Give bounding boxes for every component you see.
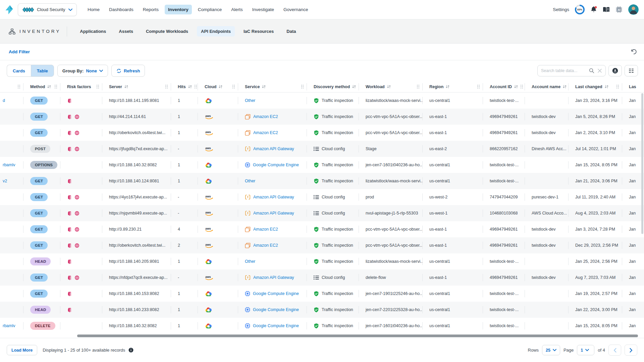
column-header-region[interactable]: Region [423,81,483,92]
page-select[interactable]: 1 [577,345,594,355]
column-settings-button[interactable] [625,65,638,76]
sort-icon[interactable] [218,85,223,88]
previous-page-button[interactable] [608,345,621,356]
nav-item-alerts[interactable]: Alerts [228,5,246,14]
column-header-service[interactable]: Service [238,81,307,92]
group-by-dropdown[interactable]: Group By: None [57,65,108,77]
service-link[interactable]: Amazon EC2 [253,243,278,248]
tab-assets[interactable]: Assets [115,26,137,37]
sort-icon[interactable] [47,85,51,88]
table-row[interactable]: HEADhttp://10.188.140.233:80821Google Co… [0,302,644,318]
cell-service[interactable]: Google Compute Engine [238,157,307,173]
service-link[interactable]: Amazon EC2 [253,227,278,232]
column-header-method[interactable]: Method [23,81,60,92]
column-header-account_id[interactable]: Account ID [483,81,525,92]
column-drag-handle-icon[interactable] [616,84,619,89]
tab-compute-workloads[interactable]: Compute Workloads [142,26,192,37]
column-header-hits[interactable]: Hits [171,81,198,92]
load-more-button[interactable]: Load More [7,345,37,355]
cell-service[interactable]: Other [238,93,307,109]
column-drag-handle-icon[interactable] [165,84,168,89]
cell-service[interactable]: Other [238,253,307,269]
endpoint-link[interactable]: v2 [3,179,7,183]
sort-icon[interactable] [352,85,356,88]
column-header-discovery[interactable]: Discovery method [307,81,359,92]
service-link[interactable]: Amazon API Gateway [253,211,294,216]
clear-search-icon[interactable] [597,68,602,73]
sort-icon[interactable] [188,85,192,88]
table-row[interactable]: GEThttps://4yo167j4vi.execute-ap...-awsA… [0,189,644,205]
service-link[interactable]: Google Compute Engine [253,291,299,296]
table-row[interactable]: GEThttp://10.188.140.153:80821Google Com… [0,286,644,302]
cell-endpoint[interactable]: rbamlv [0,318,23,334]
add-filter-button[interactable]: Add Filter [9,49,30,54]
reset-filters-undo-icon[interactable] [631,49,637,54]
service-link[interactable]: Amazon API Gateway [253,146,294,151]
service-link[interactable]: Other [245,179,255,183]
nav-item-dashboards[interactable]: Dashboards [106,5,137,14]
cell-service[interactable]: Google Compute Engine [238,318,307,334]
endpoint-link[interactable]: rbamlv [3,163,15,167]
cell-service[interactable]: Google Compute Engine [238,302,307,318]
cell-service[interactable]: Amazon EC2 [238,125,307,141]
prisma-cloud-logo-icon[interactable] [5,5,14,15]
rows-per-page-select[interactable]: 25 [542,345,560,355]
endpoint-link[interactable]: d [3,98,5,103]
tab-data[interactable]: Data [282,26,300,37]
table-row[interactable]: GEThttp://44.214.114.611awsAmazon EC2Tra… [0,109,644,125]
cell-endpoint[interactable]: d [0,93,23,109]
nav-item-home[interactable]: Home [84,5,103,14]
tab-applications[interactable]: Applications [76,26,110,37]
service-link[interactable]: Other [245,98,255,103]
service-link[interactable]: Amazon API Gateway [253,195,294,199]
download-button[interactable] [608,65,622,76]
vertical-scrollbar-thumb[interactable] [641,93,643,234]
usage-progress-ring[interactable]: 83% [575,5,585,14]
nav-item-reports[interactable]: Reports [140,5,162,14]
column-drag-handle-icon[interactable] [194,84,197,89]
column-drag-handle-icon[interactable] [477,84,480,89]
horizontal-scrollbar-thumb[interactable] [77,335,638,337]
column-drag-handle-icon[interactable] [17,84,20,89]
cell-service[interactable]: Google Compute Engine [238,286,307,302]
service-link[interactable]: Google Compute Engine [253,163,299,167]
service-link[interactable]: Other [245,259,255,264]
service-link[interactable]: Google Compute Engine [253,307,299,312]
product-switcher[interactable]: Cloud Security [18,3,77,16]
column-drag-handle-icon[interactable] [417,84,420,89]
table-row[interactable]: rbamlvOPTIONShttp://10.188.140.32:80821G… [0,157,644,173]
column-drag-handle-icon[interactable] [232,84,235,89]
docs-book-icon[interactable] [603,7,610,13]
column-drag-handle-icon[interactable] [54,84,57,89]
sort-icon[interactable] [514,85,518,88]
notifications-bell-icon[interactable] [590,6,597,13]
cell-service[interactable]: Amazon API Gateway [238,269,307,286]
cell-service[interactable]: Amazon EC2 [238,109,307,125]
column-drag-handle-icon[interactable] [96,84,99,89]
sort-icon[interactable] [604,85,609,88]
sort-icon[interactable] [445,85,450,88]
next-page-button[interactable] [625,345,637,356]
service-link[interactable]: Google Compute Engine [253,323,299,328]
sort-icon[interactable] [387,85,391,88]
column-header-server[interactable]: Server [102,81,171,92]
user-avatar[interactable] [628,4,639,15]
cell-service[interactable]: Amazon API Gateway [238,141,307,157]
table-row[interactable]: v2GEThttp://10.188.140.124:80811OtherTra… [0,173,644,189]
table-row[interactable]: GEThttps://njqvmbii49.execute-ap...-awsA… [0,205,644,221]
table-view-button[interactable]: Table [31,65,54,77]
table-row[interactable]: GEThttp://oberkovitch.os4test.twi...2aws… [0,237,644,253]
nav-item-investigate[interactable]: Investigate [249,5,277,14]
table-row[interactable]: HEADhttp://10.188.140.205:80811OtherTraf… [0,253,644,269]
sort-icon[interactable] [562,85,567,88]
service-link[interactable]: Amazon EC2 [253,130,278,135]
cards-view-button[interactable]: Cards [7,65,31,77]
table-row[interactable]: rbamlvDELETEhttp://10.188.140.32:80821Go… [0,318,644,334]
sort-icon[interactable] [262,85,266,88]
table-row[interactable]: GEThttps://nfdpxt7qc9.execute-ap...-awsA… [0,269,644,286]
column-header-account_name[interactable]: Account name [525,81,569,92]
service-link[interactable]: Amazon API Gateway [253,275,294,280]
cell-endpoint[interactable]: v2 [0,173,23,189]
service-link[interactable]: Amazon EC2 [253,114,278,119]
column-header-workload[interactable]: Workload [359,81,423,92]
